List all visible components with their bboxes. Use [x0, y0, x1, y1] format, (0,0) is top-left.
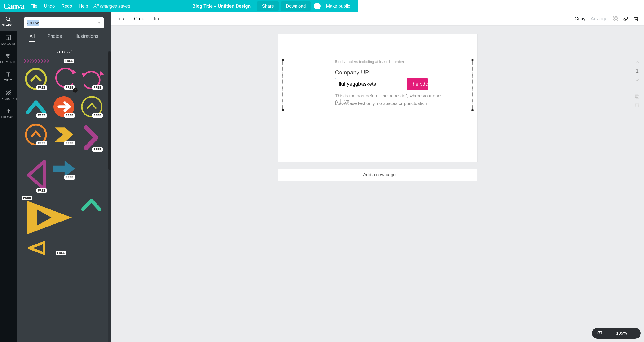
free-badge: FREE	[92, 147, 103, 152]
free-badge: FREE	[64, 59, 74, 63]
text-icon	[5, 71, 11, 77]
canvas-toolbar: Filter Crop Flip Copy Arrange	[111, 12, 358, 25]
info-icon[interactable]: i	[73, 88, 78, 93]
rail-text[interactable]: TEXT	[0, 68, 16, 86]
rail-layouts[interactable]: LAYOUTS	[0, 31, 16, 49]
free-badge: FREE	[64, 175, 75, 179]
uploads-icon	[5, 108, 11, 114]
embedded-image[interactable]: 6+ characters including at least 1 numbe…	[303, 60, 358, 145]
menu-file[interactable]: File	[30, 3, 38, 9]
design-page[interactable]: ↻ 6+ characters including at least 1 num…	[278, 34, 358, 162]
svg-marker-19	[100, 71, 104, 76]
result-circle-up-yellow[interactable]: FREE	[24, 67, 48, 91]
svg-line-10	[6, 90, 7, 92]
rail-background-label: BKGROUND	[0, 97, 17, 101]
company-url-input[interactable]	[335, 78, 358, 90]
menu-help[interactable]: Help	[79, 3, 88, 9]
svg-marker-7	[7, 56, 9, 58]
result-chevron-right-magenta[interactable]: FREE	[80, 122, 104, 153]
svg-line-1	[9, 20, 11, 21]
svg-marker-25	[28, 161, 44, 189]
free-badge: FREE	[36, 113, 47, 118]
search-dropdown-caret[interactable]: ▼	[98, 21, 101, 24]
toolbar-filter[interactable]: Filter	[116, 16, 127, 21]
download-button[interactable]: Download	[281, 1, 311, 11]
toolbar-flip[interactable]: Flip	[152, 16, 159, 21]
tab-illustrations[interactable]: Illustrations	[74, 32, 99, 42]
add-page-button[interactable]: + Add a new page	[278, 169, 358, 181]
results-heading: “arrow”	[24, 49, 104, 55]
rail-uploads-label: UPLOADS	[1, 116, 16, 119]
result-circle-up-outline-orange[interactable]: FREE	[24, 122, 48, 147]
svg-marker-26	[53, 161, 75, 177]
toolbar-crop[interactable]: Crop	[134, 16, 144, 21]
svg-point-0	[6, 17, 10, 20]
result-redo-arrow-pink[interactable]: FREE	[80, 67, 104, 91]
search-input[interactable]: arrow	[27, 20, 39, 26]
elements-icon	[5, 53, 11, 59]
free-badge: FREE	[92, 85, 103, 90]
triangle-left-icon	[24, 159, 47, 190]
rail-elements[interactable]: ELEMENTS	[0, 49, 16, 68]
menu-undo[interactable]: Undo	[44, 3, 55, 9]
resize-handle-sw[interactable]	[282, 109, 284, 111]
result-curved-arrow-pink[interactable]: FREE i	[52, 67, 76, 91]
result-circle-up-outline-yellow[interactable]: FREE	[80, 94, 104, 119]
search-subtabs: All Photos Illustrations	[16, 31, 111, 42]
free-badge: FREE	[36, 85, 47, 90]
make-public-button[interactable]: Make public	[325, 1, 355, 11]
free-badge: FREE	[92, 113, 103, 118]
svg-marker-17	[72, 69, 76, 74]
rail-elements-label: ELEMENTS	[0, 60, 16, 64]
user-avatar[interactable]	[314, 3, 320, 9]
svg-rect-6	[8, 54, 10, 56]
result-arrow-fat-teal[interactable]: FREE	[52, 156, 76, 181]
rail-text-label: TEXT	[4, 79, 12, 82]
result-arrow-chevrons[interactable]: FREE	[24, 58, 104, 64]
background-icon	[5, 90, 11, 96]
layouts-icon	[5, 34, 11, 41]
left-rail: SEARCH LAYOUTS ELEMENTS TEXT BKGROUND UP…	[0, 12, 16, 190]
company-url-label: Company URL	[335, 69, 358, 76]
free-badge: FREE	[64, 113, 75, 118]
tab-photos[interactable]: Photos	[46, 32, 62, 42]
svg-point-5	[6, 54, 8, 56]
rail-uploads[interactable]: UPLOADS	[0, 104, 16, 123]
result-triangle-left-magenta[interactable]: FREE	[24, 156, 48, 190]
tab-all[interactable]: All	[29, 32, 35, 42]
rail-search[interactable]: SEARCH	[0, 12, 16, 31]
share-button[interactable]: Share	[257, 1, 279, 11]
url-hint-2: Lowercase text only, no spaces or punctu…	[335, 101, 358, 106]
free-badge: FREE	[64, 141, 75, 146]
rail-layouts-label: LAYOUTS	[2, 42, 16, 45]
result-chevron-up-teal[interactable]: FREE	[24, 94, 48, 119]
svg-line-14	[10, 94, 10, 95]
chevrons-icon	[24, 59, 54, 63]
free-badge: FREE	[36, 188, 47, 190]
top-bar: Canva File Undo Redo Help All changes sa…	[0, 0, 358, 12]
app-logo: Canva	[3, 2, 24, 11]
result-arrow-circle-right-orange[interactable]: FREE	[52, 94, 76, 119]
save-status: All changes saved	[94, 3, 130, 9]
menu-redo[interactable]: Redo	[62, 3, 72, 9]
svg-marker-24	[55, 127, 73, 142]
rail-background[interactable]: BKGROUND	[0, 86, 16, 104]
result-arrow-block-yellow[interactable]: FREE	[52, 122, 76, 147]
resize-handle-nw[interactable]	[282, 59, 284, 61]
clipped-text: 6+ characters including at least 1 numbe…	[335, 60, 358, 64]
top-menu: File Undo Redo Help	[30, 3, 88, 9]
results-list: “arrow” FREE FREE FREE i FREE	[16, 42, 111, 190]
company-url-row: .helpdocs.io	[335, 78, 358, 90]
search-box[interactable]: arrow ▼	[24, 17, 104, 28]
free-badge: FREE	[36, 141, 47, 146]
document-title[interactable]: Blog Title – Untitled Design	[192, 3, 251, 9]
search-panel: arrow ▼ All Photos Illustrations “arrow”…	[16, 12, 111, 190]
rail-search-label: SEARCH	[2, 24, 14, 27]
canvas-area: Filter Crop Flip Copy Arrange ↻	[111, 12, 358, 190]
search-icon	[5, 16, 11, 22]
